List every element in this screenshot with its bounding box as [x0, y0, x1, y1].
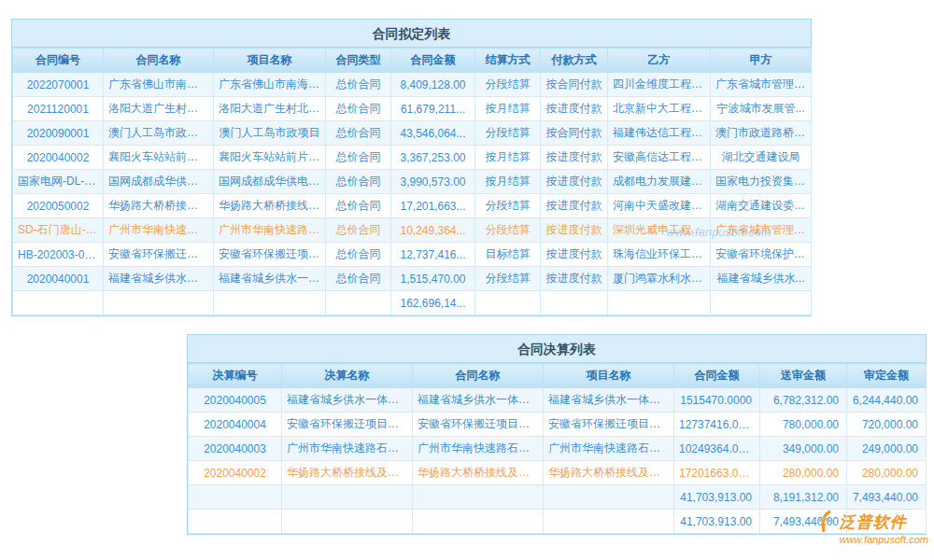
table-cell: 澳门人工岛市政项目 [214, 121, 326, 146]
column-header: 付款方式 [541, 49, 608, 73]
table-cell: 349,000.00 [760, 437, 847, 461]
table-cell: 按月结算 [475, 146, 541, 170]
table-cell: 分段结算 [475, 218, 541, 243]
table-cell: 深圳光威申工程建... [608, 218, 711, 243]
table-cell: 12,737,416... [391, 243, 475, 267]
table-cell [104, 291, 214, 315]
table-cell: 广东省城市管理中心 [711, 218, 812, 243]
table-cell: 总价合同 [326, 267, 391, 291]
table-cell: 广州市华南快速路石门... [214, 218, 326, 243]
table-row[interactable]: 2020040002襄阳火车站站前片区基...襄阳火车站站前片区基...总价合同… [13, 146, 812, 170]
table-cell: 北京新中大工程有... [608, 97, 711, 121]
column-header: 决算名称 [282, 364, 413, 388]
table-cell [189, 485, 282, 510]
table-cell: 12737416.0000 [674, 413, 760, 437]
table-cell: 按进度付款 [541, 146, 608, 170]
table-row[interactable]: 162,696,14... [13, 291, 812, 315]
table-cell: 3,367,253.00 [391, 146, 475, 170]
table-row[interactable]: 41,703,913.008,191,312.007,493,440.00 [189, 485, 927, 510]
contract-final-table: 决算编号决算名称合同名称项目名称合同金额送审金额审定金额 2020040005福… [188, 363, 927, 534]
column-header: 项目名称 [544, 364, 674, 388]
table-header-row: 决算编号决算名称合同名称项目名称合同金额送审金额审定金额 [189, 364, 927, 388]
table-cell: 17,201,663... [391, 194, 475, 218]
contract-final-title: 合同决算列表 [188, 335, 926, 363]
table-cell [544, 510, 674, 534]
table-row[interactable]: 2020040004安徽省环保搬迁项目焦炉系...安徽省环保搬迁项目焦炉系...… [189, 413, 927, 437]
table-cell: 安徽省环保搬迁项目焦... [214, 243, 326, 267]
table-cell: 华扬路大桥桥接线及东... [104, 194, 214, 218]
table-cell: 福建省城乡供水一体化工程... [544, 388, 674, 413]
table-row[interactable]: 2022070001广东省佛山市南海区浩...广东省佛山市南海区浩...总价合同… [13, 73, 812, 97]
table-cell: 澳门市政道路桥梁... [711, 121, 812, 146]
table-row[interactable]: 2020040001福建省城乡供水一体化...福建省城乡供水一体化...总价合同… [13, 267, 812, 291]
table-cell: 6,244,440.00 [847, 388, 927, 413]
table-cell: 17201663.0000 [674, 461, 760, 485]
table-cell: 广东省佛山市南海区浩... [104, 73, 214, 97]
table-cell [282, 485, 413, 510]
table-cell: 162,696,14... [391, 291, 475, 315]
column-header: 审定金额 [847, 364, 927, 388]
table-cell: 780,000.00 [760, 413, 847, 437]
table-cell: 分段结算 [475, 121, 541, 146]
table-cell: 华扬路大桥桥接线及东延伸... [282, 461, 413, 485]
table-cell: 洛阳大道广生村北侧微... [214, 97, 326, 121]
table-cell: 7,493,440.00 [847, 485, 927, 510]
table-cell: 襄阳火车站站前片区基... [214, 146, 326, 170]
table-cell: 10249364.0000 [674, 437, 760, 461]
table-cell: 福建省城乡供水一体化工程... [413, 388, 544, 413]
table-row[interactable]: 2020040005福建省城乡供水一体化工程...福建省城乡供水一体化工程...… [189, 388, 927, 413]
table-cell: 福建省城乡供水一体化... [214, 267, 326, 291]
table-cell: 249,000.00 [847, 437, 927, 461]
fanpu-logo-icon [815, 510, 836, 534]
column-header: 合同名称 [104, 49, 214, 73]
table-cell: 总价合同 [326, 121, 391, 146]
table-cell: 国网成都成华供电公司... [214, 170, 326, 194]
table-cell: 6,782,312.00 [760, 388, 847, 413]
table-cell: 2022070001 [13, 73, 104, 97]
table-cell: 按合同付款 [541, 73, 608, 97]
table-cell: 广东省城市管理中心 [711, 73, 812, 97]
table-cell [326, 291, 391, 315]
table-row[interactable]: HB-202003-0001安徽省环保搬迁项目焦...安徽省环保搬迁项目焦...… [13, 243, 812, 267]
table-cell: 福建伟达信工程建... [608, 121, 711, 146]
table-cell: 2020040003 [189, 437, 282, 461]
table-row[interactable]: SD-石门唐山-20200...广州市华南快速路石门...广州市华南快速路石门.… [13, 218, 812, 243]
table-row[interactable]: 2020050002华扬路大桥桥接线及东...华扬路大桥桥接线及东...总价合同… [13, 194, 812, 218]
table-cell: 41,703,913.00 [674, 510, 760, 534]
table-cell: 按月结算 [475, 97, 541, 121]
table-cell: 分段结算 [475, 267, 541, 291]
table-row[interactable]: 2020040002华扬路大桥桥接线及东延伸...华扬路大桥桥接线及东延伸...… [189, 461, 927, 485]
table-cell: 襄阳火车站站前片区基... [104, 146, 214, 170]
table-row[interactable]: 2021120001洛阳大道广生村北侧微...洛阳大道广生村北侧微...总价合同… [13, 97, 812, 121]
table-cell: 2020040002 [189, 461, 282, 485]
table-cell: 总价合同 [326, 146, 391, 170]
contract-final-panel: 合同决算列表 决算编号决算名称合同名称项目名称合同金额送审金额审定金额 2020… [187, 334, 927, 535]
table-header-row: 合同编号合同名称项目名称合同类型合同金额结算方式付款方式乙方甲方 [13, 49, 812, 73]
table-cell: 3,990,573.00 [391, 170, 475, 194]
contract-draft-panel: 合同拟定列表 合同编号合同名称项目名称合同类型合同金额结算方式付款方式乙方甲方 … [11, 19, 812, 316]
table-row[interactable]: 国家电网-DL-20200...国网成都成华供电公司...国网成都成华供电公司.… [13, 170, 812, 194]
table-cell: 澳门人工岛市政项目合同 [104, 121, 214, 146]
table-cell: 洛阳大道广生村北侧微... [104, 97, 214, 121]
table-cell: 8,409,128.00 [391, 73, 475, 97]
table-cell: 按合同付款 [541, 121, 608, 146]
table-cell: 总价合同 [326, 73, 391, 97]
table-cell: 华扬路大桥桥接线及东延伸... [544, 461, 674, 485]
table-cell: 41,703,913.00 [674, 485, 760, 510]
table-cell: 按月结算 [475, 170, 541, 194]
table-cell: 国家电网-DL-20200... [13, 170, 104, 194]
table-cell: 43,546,064... [391, 121, 475, 146]
table-cell: 按进度付款 [541, 218, 608, 243]
table-cell: SD-石门唐山-20200... [13, 218, 104, 243]
table-cell [608, 291, 711, 315]
table-row[interactable]: 2020090001澳门人工岛市政项目合同澳门人工岛市政项目总价合同43,546… [13, 121, 812, 146]
table-cell: 2020040002 [13, 146, 104, 170]
table-cell: 广州市华南快速路石门堂山... [282, 437, 413, 461]
table-cell: 广州市华南快速路石门堂山... [413, 437, 544, 461]
table-cell [475, 291, 541, 315]
column-header: 合同类型 [326, 49, 391, 73]
table-cell: 珠海信业环保工程... [608, 243, 711, 267]
column-header: 结算方式 [475, 49, 541, 73]
table-row[interactable]: 2020040003广州市华南快速路石门堂山...广州市华南快速路石门堂山...… [189, 437, 927, 461]
table-cell: 福建省城乡供水... [711, 267, 812, 291]
